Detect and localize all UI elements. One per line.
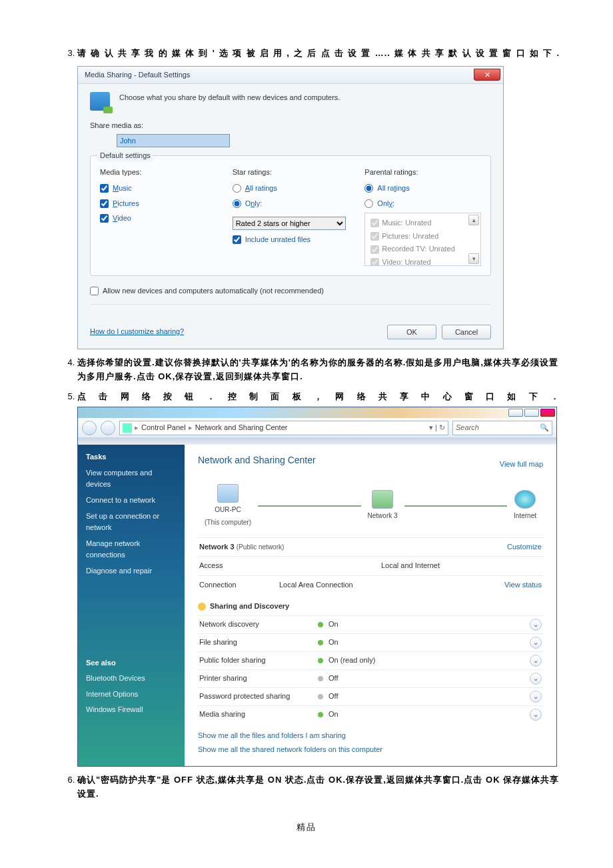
search-icon: 🔍 [540, 422, 549, 434]
dialog-title: Media Sharing - Default Settings [85, 69, 474, 81]
forward-icon[interactable] [101, 421, 115, 435]
parental-head: Parental ratings: [364, 167, 481, 179]
star-select[interactable]: Rated 2 stars or higher [233, 217, 346, 230]
tasks-header: Tasks [86, 451, 177, 463]
maximize-icon[interactable] [524, 409, 539, 417]
sidebar-item-internet-opts[interactable]: Internet Options [86, 689, 177, 701]
computer-icon [217, 484, 239, 503]
network-diagram: OUR-PC(This computer) Network 3 Internet [198, 480, 543, 537]
chevron-down-icon[interactable]: ⌄ [530, 709, 542, 721]
back-icon[interactable] [82, 421, 97, 435]
customize-link[interactable]: Customize [507, 541, 542, 553]
allow-auto-checkbox[interactable]: Allow new devices and computers automati… [90, 285, 491, 297]
par-only-radio[interactable]: Only: [364, 198, 481, 210]
step-6: 确认"密码防护共享"是 OFF 状态,媒体共享是 ON 状态.点击 OK.保存设… [77, 773, 560, 801]
sidebar-item-setup[interactable]: Set up a connection or network [86, 511, 177, 534]
close-icon[interactable]: ✕ [474, 69, 500, 81]
step-3: 请确认共享我的媒体到'选项被启用,之后点击设置…..媒体共享默认设置窗口如下. … [77, 47, 560, 349]
row-public-folder: Public folder sharingOn (read only)⌄ [198, 651, 543, 669]
network-icon [372, 490, 393, 509]
tasks-sidebar: Tasks View computers and devices Connect… [78, 445, 185, 766]
chevron-down-icon[interactable]: ⌄ [530, 655, 542, 667]
par-all-radio[interactable]: All ratings [364, 183, 481, 195]
step-5: 点击网络按钮．控制面板，网络共享中心窗口如下． ▸ Control Panel … [77, 390, 560, 767]
row-printer-sharing: Printer sharingOff⌄ [198, 669, 543, 687]
media-sharing-dialog: Media Sharing - Default Settings ✕ Choos… [77, 66, 504, 349]
scroll-down-icon[interactable]: ▾ [468, 253, 479, 264]
video-checkbox[interactable]: Video [100, 213, 217, 225]
row-password-sharing: Password protected sharingOff⌄ [198, 687, 543, 705]
chevron-down-icon[interactable]: ⌄ [530, 637, 542, 649]
network-header-row: Network 3 (Public network) Customize [198, 537, 543, 557]
sidebar-item-manage[interactable]: Manage network connections [86, 538, 177, 561]
sidebar-item-firewall[interactable]: Windows Firewall [86, 704, 177, 716]
star-all-radio[interactable]: All ratings [233, 183, 349, 195]
minimize-icon[interactable] [508, 409, 523, 417]
pictures-checkbox[interactable]: Pictures [100, 198, 217, 210]
media-types-col: Media types: Music Pictures Video [100, 167, 217, 266]
search-input[interactable]: Search🔍 [452, 421, 552, 435]
parental-ratings-col: Parental ratings: All ratings Only: Musi… [364, 167, 481, 266]
cancel-button[interactable]: Cancel [442, 325, 491, 339]
scroll-up-icon[interactable]: ▴ [468, 215, 479, 225]
view-status-link[interactable]: View status [504, 579, 542, 591]
media-icon [90, 92, 110, 111]
step-3-text: 请确认共享我的媒体到'选项被启用,之后点击设置…..媒体共享默认设置窗口如下. [77, 47, 560, 61]
sidebar-item-diagnose[interactable]: Diagnose and repair [86, 565, 177, 577]
address-bar: ▸ Control Panel ▸ Network and Sharing Ce… [78, 418, 556, 438]
help-link[interactable]: How do I customize sharing? [90, 326, 184, 338]
network-sharing-window: ▸ Control Panel ▸ Network and Sharing Ce… [77, 407, 557, 767]
cp-icon [123, 423, 132, 433]
row-file-sharing: File sharingOn⌄ [198, 633, 543, 651]
main-panel: Network and Sharing Center View full map… [185, 445, 556, 766]
warning-icon [198, 603, 206, 611]
star-ratings-col: Star ratings: All ratings Only: Rated 2 … [233, 167, 349, 266]
music-checkbox[interactable]: Music [100, 183, 217, 195]
footer: 精品 [53, 821, 560, 833]
chevron-down-icon[interactable]: ⌄ [530, 673, 542, 685]
dialog-titlebar: Media Sharing - Default Settings ✕ [78, 67, 503, 84]
view-full-map-link[interactable]: View full map [500, 459, 543, 471]
star-only-radio[interactable]: Only: [233, 198, 349, 210]
close-icon[interactable] [540, 409, 555, 417]
step-4: 选择你希望的设置.建议你替换掉默认的'共享媒体为'的名称为你的服务器的名称.假如… [77, 356, 560, 384]
show-folders-link[interactable]: Show me all the shared network folders o… [198, 744, 543, 756]
step-5-text: 点击网络按钮．控制面板，网络共享中心窗口如下． [77, 390, 560, 404]
sidebar-item-view-comp[interactable]: View computers and devices [86, 467, 177, 491]
see-also-header: See also [86, 657, 177, 669]
page-title: Network and Sharing Center [198, 453, 316, 467]
include-unrated-checkbox[interactable]: Include unrated files [233, 234, 349, 246]
chevron-down-icon[interactable]: ⌄ [530, 691, 542, 703]
sidebar-item-connect[interactable]: Connect to a network [86, 495, 177, 507]
sidebar-item-bluetooth[interactable]: Bluetooth Devices [86, 673, 177, 685]
row-network-discovery: Network discoveryOn⌄ [198, 615, 543, 633]
step-6-text: 确认"密码防护共享"是 OFF 状态,媒体共享是 ON 状态.点击 OK.保存设… [77, 775, 559, 799]
default-settings-group: Default settings Media types: Music Pict… [90, 155, 491, 276]
group-title: Default settings [97, 150, 153, 162]
star-head: Star ratings: [233, 167, 349, 179]
media-types-head: Media types: [100, 167, 217, 179]
chevron-down-icon[interactable]: ⌄ [530, 619, 542, 631]
breadcrumb[interactable]: ▸ Control Panel ▸ Network and Sharing Ce… [119, 421, 448, 435]
globe-icon [514, 490, 536, 509]
share-media-input[interactable] [117, 134, 230, 147]
share-media-label: Share media as: [90, 120, 491, 132]
parental-list: Music: Unrated Pictures: Unrated Recorde… [364, 213, 481, 266]
window-chrome [78, 407, 556, 418]
sharing-header: Sharing and Discovery [198, 601, 543, 613]
row-media-sharing: Media sharingOn⌄ [198, 705, 543, 723]
ok-button[interactable]: OK [387, 325, 436, 339]
step-4-text: 选择你希望的设置.建议你替换掉默认的'共享媒体为'的名称为你的服务器的名称.假如… [77, 357, 558, 381]
dialog-intro: Choose what you share by default with ne… [119, 92, 340, 104]
show-files-link[interactable]: Show me all the files and folders I am s… [198, 730, 543, 742]
